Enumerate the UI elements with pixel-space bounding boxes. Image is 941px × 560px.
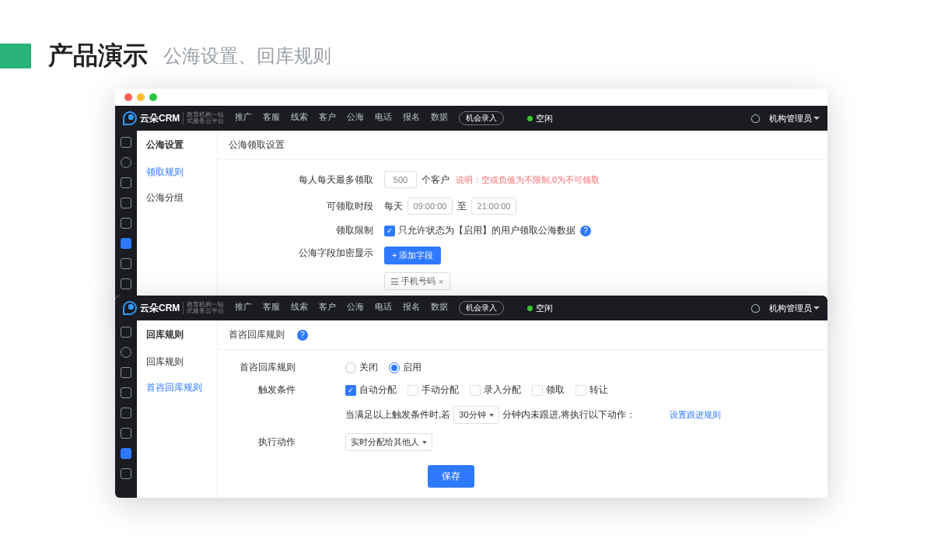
bell-icon[interactable]	[751, 304, 760, 313]
brand-logo[interactable]: 云朵CRM 教育机构一站 式服务云平台	[123, 111, 224, 125]
nav-items: 推广 客服 线索 客户 公海 电话 报名 数据 机会录入	[235, 301, 504, 315]
rail-icon[interactable]	[121, 177, 131, 188]
brand-logo[interactable]: 云朵CRM 教育机构一站 式服务云平台	[123, 301, 224, 315]
content-area: 首咨回库规则 ? 首咨回库规则 关闭 启用 触发条件	[218, 320, 827, 498]
status-indicator-icon	[527, 116, 533, 121]
set-followup-link[interactable]: 设置跟进规则	[670, 409, 721, 421]
remove-tag-icon[interactable]: ×	[439, 277, 443, 286]
rail-icon[interactable]	[121, 387, 131, 398]
logo-sub: 教育机构一站 式服务云平台	[183, 112, 224, 124]
cb-entry[interactable]	[470, 385, 481, 396]
nav-item[interactable]: 客户	[319, 301, 336, 315]
rail-icon[interactable]	[121, 198, 131, 208]
content-title: 公海领取设置	[218, 131, 827, 160]
duration-select[interactable]: 30分钟	[453, 406, 498, 424]
top-nav: 云朵CRM 教育机构一站 式服务云平台 推广 客服 线索 客户 公海 电话 报名…	[115, 106, 827, 131]
note: 说明：空或负值为不限制,0为不可领取	[456, 174, 600, 186]
logo-text: 云朵CRM	[140, 302, 180, 315]
logo-sub: 教育机构一站 式服务云平台	[183, 302, 224, 314]
rail-icon[interactable]	[121, 347, 131, 358]
opportunity-entry-button[interactable]: 机会录入	[459, 301, 504, 315]
help-icon[interactable]: ?	[297, 330, 308, 341]
nav-item[interactable]: 线索	[291, 111, 308, 125]
rail-icon[interactable]	[121, 258, 131, 269]
status-label[interactable]: 空闲	[536, 113, 553, 124]
window-titlebar	[115, 89, 827, 106]
nav-item[interactable]: 数据	[431, 111, 448, 125]
action-select[interactable]: 实时分配给其他人	[345, 433, 432, 451]
subnav-item-first-consult-rule[interactable]: 首咨回库规则	[137, 375, 217, 401]
add-field-button[interactable]: + 添加字段	[384, 247, 441, 264]
subnav-title: 公海设置	[137, 131, 217, 159]
nav-item[interactable]: 推广	[235, 111, 252, 125]
nav-item[interactable]: 数据	[431, 301, 448, 315]
cb-manual[interactable]	[408, 385, 418, 396]
rail-icon[interactable]	[121, 428, 131, 439]
cb-transfer[interactable]	[575, 385, 586, 396]
rail-icon[interactable]	[121, 408, 131, 418]
nav-item[interactable]: 公海	[347, 111, 364, 125]
help-icon[interactable]: ?	[580, 226, 591, 236]
rail-icon[interactable]	[121, 157, 131, 168]
form: 每人每天最多领取 个客户 说明：空或负值为不限制,0为不可领取 可领取时段 每天…	[218, 160, 827, 306]
rail-icon[interactable]	[121, 218, 131, 229]
rail-icon[interactable]	[121, 327, 131, 338]
chevron-down-icon	[489, 414, 494, 417]
nav-item[interactable]: 客服	[263, 111, 280, 125]
window-public-pool-settings: 云朵CRM 教育机构一站 式服务云平台 推广 客服 线索 客户 公海 电话 报名…	[115, 89, 827, 306]
bell-icon[interactable]	[751, 114, 760, 123]
slide-header: 产品演示 公海设置、回库规则	[0, 39, 941, 73]
minimize-icon[interactable]	[137, 93, 145, 101]
radio-off[interactable]	[345, 362, 356, 373]
user-role-menu[interactable]: 机构管理员	[769, 303, 820, 314]
chevron-down-icon	[813, 306, 820, 310]
user-role-menu[interactable]: 机构管理员	[769, 113, 820, 124]
rail-icon-active[interactable]	[121, 448, 131, 459]
icon-rail	[115, 320, 137, 498]
status-indicator-icon	[527, 306, 533, 311]
rail-icon-active[interactable]	[121, 238, 131, 249]
nav-item[interactable]: 线索	[291, 301, 308, 315]
end-time-input[interactable]	[471, 198, 516, 215]
cb-auto[interactable]: ✓	[345, 385, 356, 396]
nav-item[interactable]: 报名	[403, 111, 420, 125]
nav-item[interactable]: 推广	[235, 301, 252, 315]
cloud-icon	[123, 301, 137, 315]
rail-icon[interactable]	[121, 137, 131, 148]
subnav-item-return-rule[interactable]: 回库规则	[137, 349, 217, 375]
nav-right: 机构管理员	[751, 303, 820, 314]
icon-rail	[115, 131, 137, 306]
rail-icon[interactable]	[121, 278, 131, 289]
content-title: 首咨回库规则 ?	[218, 320, 827, 350]
field-tag-phone[interactable]: 手机号码 ×	[384, 272, 450, 290]
cloud-icon	[123, 111, 137, 125]
list-icon	[391, 278, 398, 285]
max-per-day-input[interactable]	[384, 171, 417, 188]
save-button[interactable]: 保存	[428, 465, 474, 488]
rail-icon[interactable]	[121, 468, 131, 479]
content-area: 公海领取设置 每人每天最多领取 个客户 说明：空或负值为不限制,0为不可领取 可…	[218, 131, 827, 306]
status-label[interactable]: 空闲	[536, 303, 553, 314]
top-nav: 云朵CRM 教育机构一站 式服务云平台 推广 客服 线索 客户 公海 电话 报名…	[115, 296, 827, 320]
opportunity-entry-button[interactable]: 机会录入	[459, 111, 504, 125]
rail-icon[interactable]	[121, 367, 131, 378]
cb-receive[interactable]	[532, 385, 543, 396]
nav-item[interactable]: 客户	[319, 111, 336, 125]
radio-on[interactable]	[389, 362, 400, 373]
nav-item[interactable]: 电话	[375, 301, 392, 315]
nav-right: 机构管理员	[751, 113, 820, 124]
maximize-icon[interactable]	[149, 93, 157, 101]
nav-item[interactable]: 公海	[347, 301, 364, 315]
subnav-item-receive-rule[interactable]: 领取规则	[137, 159, 217, 185]
sub-nav: 回库规则 回库规则 首咨回库规则	[137, 320, 218, 498]
nav-item[interactable]: 客服	[263, 301, 280, 315]
nav-item[interactable]: 报名	[403, 301, 420, 315]
chevron-down-icon	[813, 117, 820, 120]
limit-checkbox[interactable]: ✓	[384, 226, 395, 236]
start-time-input[interactable]	[408, 198, 453, 215]
subnav-item-group[interactable]: 公海分组	[137, 185, 217, 211]
logo-text: 云朵CRM	[140, 112, 180, 125]
close-icon[interactable]	[124, 93, 132, 101]
nav-item[interactable]: 电话	[375, 111, 392, 125]
row-encrypt-fields: 公海字段加密显示 + 添加字段 手机号码 ×	[288, 247, 820, 290]
